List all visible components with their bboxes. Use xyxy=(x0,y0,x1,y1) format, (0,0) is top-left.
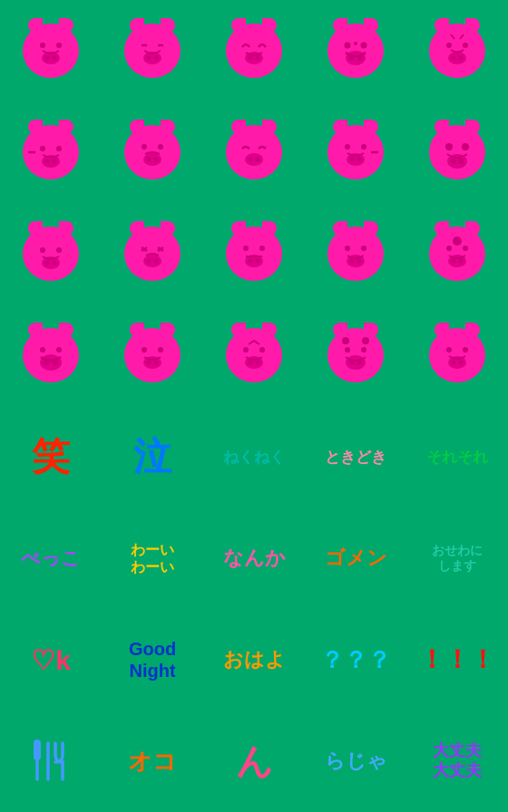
emoji-grid: 笑 泣 ねくねく ときどき それそれ ぺっこ わーいわーい なんか ゴメン おせ… xyxy=(0,0,508,812)
sticker-nani-text: ん xyxy=(236,737,273,787)
svg-point-64 xyxy=(259,246,265,251)
svg-point-90 xyxy=(243,347,249,353)
svg-point-26 xyxy=(40,146,45,151)
sticker-ok-text: ♡k xyxy=(31,644,71,676)
sticker-question-text: ？？？ xyxy=(320,644,391,676)
svg-point-77 xyxy=(452,259,456,264)
pig-cell-4-3[interactable] xyxy=(203,304,305,406)
pig-icon xyxy=(429,227,485,281)
svg-point-8 xyxy=(147,56,151,61)
sticker-nekenek[interactable]: ねくねく xyxy=(203,406,305,508)
pig-cell-1-2[interactable] xyxy=(102,0,203,102)
pig-cell-4-5[interactable] xyxy=(406,304,508,406)
svg-point-80 xyxy=(40,347,45,353)
sticker-fork[interactable] xyxy=(0,710,102,812)
sticker-ohayo[interactable]: おはよ xyxy=(203,609,305,710)
svg-point-82 xyxy=(40,354,62,371)
sticker-tokidoki[interactable]: ときどき xyxy=(305,406,406,508)
svg-point-78 xyxy=(459,259,464,264)
svg-point-91 xyxy=(259,347,265,353)
pig-icon xyxy=(327,227,384,281)
sticker-pekko-text: ぺっこ xyxy=(21,546,81,571)
svg-point-29 xyxy=(45,160,50,164)
svg-point-88 xyxy=(147,361,151,365)
pig-cell-3-4[interactable] xyxy=(305,203,406,304)
pig-cell-1-5[interactable] xyxy=(406,0,508,102)
pig-cell-4-4[interactable] xyxy=(305,304,406,406)
pig-cell-3-3[interactable] xyxy=(203,203,305,304)
svg-point-106 xyxy=(459,361,464,365)
sticker-daijoubu-text: 大丈夫大丈夫 xyxy=(433,741,482,780)
pig-cell-2-1[interactable] xyxy=(0,102,102,203)
svg-point-19 xyxy=(446,43,452,48)
pig-icon xyxy=(124,125,181,179)
sticker-goodnight[interactable]: GoodNight xyxy=(102,609,203,710)
svg-point-79 xyxy=(453,237,462,246)
sticker-wahoo[interactable]: わーいわーい xyxy=(102,508,203,609)
sticker-cry-text: 泣 xyxy=(133,431,171,482)
sticker-daijoubu[interactable]: 大丈夫大丈夫 xyxy=(406,710,508,812)
pig-cell-4-2[interactable] xyxy=(102,304,203,406)
svg-point-51 xyxy=(40,247,45,253)
svg-point-63 xyxy=(243,246,249,251)
svg-point-66 xyxy=(249,259,253,264)
svg-point-23 xyxy=(459,56,464,61)
svg-point-35 xyxy=(147,158,151,162)
sticker-oko[interactable]: オコ xyxy=(102,710,203,812)
svg-point-52 xyxy=(56,247,62,253)
svg-point-81 xyxy=(56,347,62,353)
svg-point-74 xyxy=(446,246,452,251)
pig-cell-3-2[interactable] xyxy=(102,203,203,304)
svg-point-32 xyxy=(142,144,147,150)
sticker-ok[interactable]: ♡k xyxy=(0,609,102,710)
svg-point-1 xyxy=(56,43,62,48)
sticker-question[interactable]: ？？？ xyxy=(305,609,406,710)
pig-cell-1-1[interactable] xyxy=(0,0,102,102)
sticker-osewani[interactable]: おせわにします xyxy=(406,508,508,609)
sticker-soreso[interactable]: それそれ xyxy=(406,406,508,508)
svg-point-44 xyxy=(357,158,362,162)
svg-point-101 xyxy=(362,337,369,344)
svg-point-46 xyxy=(445,143,453,150)
pig-icon xyxy=(23,125,79,179)
svg-point-89 xyxy=(154,361,159,365)
pig-cell-3-5[interactable] xyxy=(406,203,508,304)
pig-cell-1-3[interactable] xyxy=(203,0,305,102)
svg-point-47 xyxy=(462,143,469,150)
sticker-gomen-text: ゴメン xyxy=(325,545,387,572)
sticker-gomen[interactable]: ゴメン xyxy=(305,508,406,609)
sticker-exclaim[interactable]: ！！！ xyxy=(406,609,508,710)
sticker-raja[interactable]: らじゃ xyxy=(305,710,406,812)
pig-cell-3-1[interactable] xyxy=(0,203,102,304)
pig-icon xyxy=(124,24,181,78)
pig-icon xyxy=(429,328,485,382)
sticker-laugh[interactable]: 笑 xyxy=(0,406,102,508)
pig-cell-2-5[interactable] xyxy=(406,102,508,203)
svg-point-97 xyxy=(346,355,366,370)
pig-cell-1-4[interactable] xyxy=(305,0,406,102)
svg-point-49 xyxy=(451,159,456,164)
svg-point-22 xyxy=(452,56,456,61)
sticker-raja-text: らじゃ xyxy=(325,748,387,775)
pig-icon xyxy=(226,125,282,179)
pig-cell-2-4[interactable] xyxy=(305,102,406,203)
svg-point-27 xyxy=(56,146,62,151)
sticker-cry[interactable]: 泣 xyxy=(102,406,203,508)
sticker-pekko[interactable]: ぺっこ xyxy=(0,508,102,609)
svg-point-96 xyxy=(361,347,366,353)
svg-point-62 xyxy=(154,259,159,264)
svg-point-105 xyxy=(452,361,456,365)
svg-point-21 xyxy=(448,52,466,64)
sticker-nekenek-text: ねくねく xyxy=(223,447,285,468)
pig-cell-2-2[interactable] xyxy=(102,102,203,203)
sticker-tokidoki-text: ときどき xyxy=(325,447,386,468)
sticker-nanka[interactable]: なんか xyxy=(203,508,305,609)
pig-cell-2-3[interactable] xyxy=(203,102,305,203)
pig-cell-4-1[interactable] xyxy=(0,304,102,406)
sticker-nani[interactable]: ん xyxy=(203,710,305,812)
pig-icon xyxy=(429,125,485,179)
svg-point-9 xyxy=(154,56,159,61)
svg-point-55 xyxy=(53,261,57,266)
svg-point-86 xyxy=(158,347,163,353)
svg-point-12 xyxy=(256,56,260,61)
